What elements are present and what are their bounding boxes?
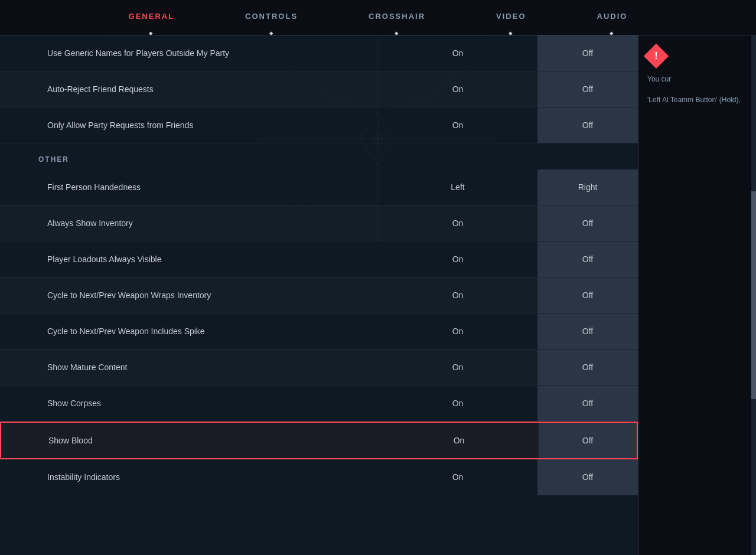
table-row: Cycle to Next/Prev Weapon Includes Spike…	[0, 314, 638, 350]
row-label: Show Mature Content	[0, 354, 378, 381]
table-row: Show Mature Content On Off	[0, 350, 638, 386]
row-current-value: On	[378, 112, 537, 139]
row-current-value: On	[378, 282, 537, 309]
row-label: Always Show Inventory	[0, 210, 378, 237]
row-label: Auto-Reject Friend Requests	[0, 76, 378, 103]
right-sidebar: You cur 'Left Al Teamm Button' (Hold),	[638, 35, 756, 555]
sidebar-warning-text: You cur	[647, 74, 747, 85]
row-option-button[interactable]: Off	[537, 386, 638, 421]
row-current-value: On	[378, 354, 537, 381]
row-option-button[interactable]: Right	[537, 169, 638, 205]
table-row: Show Corpses On Off	[0, 386, 638, 422]
row-option-button[interactable]: Off	[537, 205, 638, 241]
row-label: Cycle to Next/Prev Weapon Wraps Inventor…	[0, 282, 378, 309]
warning-icon	[644, 44, 669, 68]
nav-audio[interactable]: AUDIO	[597, 12, 628, 23]
row-current-value: On	[378, 40, 537, 67]
row-label: Use Generic Names for Players Outside My…	[0, 40, 378, 67]
table-row: First Person Handedness Left Right	[0, 169, 638, 205]
row-label: Cycle to Next/Prev Weapon Includes Spike	[0, 318, 378, 345]
row-current-value: On	[378, 210, 537, 237]
row-current-value: On	[378, 390, 537, 417]
table-row-show-blood: Show Blood On Off	[0, 422, 638, 459]
row-option-button[interactable]: Off	[537, 107, 638, 143]
row-current-value: On	[379, 427, 539, 454]
row-option-button[interactable]: Off	[537, 35, 638, 71]
sidebar-detail-text: 'Left Al Teamm Button' (Hold),	[647, 94, 747, 106]
row-current-value: On	[378, 246, 537, 273]
nav-video[interactable]: VIDEO	[496, 12, 526, 23]
table-row: Use Generic Names for Players Outside My…	[0, 35, 638, 71]
settings-panel[interactable]: Use Generic Names for Players Outside My…	[0, 35, 638, 555]
table-row: Always Show Inventory On Off	[0, 205, 638, 241]
settings-table: Use Generic Names for Players Outside My…	[0, 35, 638, 495]
table-row: Instability Indicators On Off	[0, 459, 638, 495]
row-label: Show Corpses	[0, 390, 378, 417]
row-label: Player Loadouts Always Visible	[0, 246, 378, 273]
row-current-value: On	[378, 318, 537, 345]
main-content: Use Generic Names for Players Outside My…	[0, 35, 756, 555]
table-row: Only Allow Party Requests from Friends O…	[0, 107, 638, 143]
top-navigation: GENERAL CONTROLS CROSSHAIR VIDEO AUDIO	[0, 0, 756, 35]
row-label: Instability Indicators	[0, 463, 378, 491]
nav-controls[interactable]: CONTROLS	[245, 12, 298, 23]
row-label: Show Blood	[1, 427, 379, 454]
row-option-button[interactable]: Off	[537, 278, 638, 313]
row-option-button[interactable]: Off	[537, 459, 638, 495]
row-option-button[interactable]: Off	[537, 241, 638, 277]
row-option-button[interactable]: Off	[539, 423, 637, 458]
row-option-button[interactable]: Off	[537, 314, 638, 349]
row-current-value: On	[378, 76, 537, 103]
section-header-other: OTHER	[0, 143, 638, 169]
scroll-thumb[interactable]	[751, 191, 756, 399]
nav-general[interactable]: GENERAL	[129, 12, 175, 23]
row-option-button[interactable]: Off	[537, 350, 638, 385]
table-row: Cycle to Next/Prev Weapon Wraps Inventor…	[0, 278, 638, 314]
row-label: Only Allow Party Requests from Friends	[0, 112, 378, 139]
row-label: First Person Handedness	[0, 174, 378, 201]
row-current-value: Left	[378, 174, 537, 201]
row-option-button[interactable]: Off	[537, 71, 638, 107]
nav-crosshair[interactable]: CROSSHAIR	[369, 12, 425, 23]
scroll-track[interactable]	[751, 35, 756, 555]
table-row: Auto-Reject Friend Requests On Off	[0, 71, 638, 107]
table-row: Player Loadouts Always Visible On Off	[0, 241, 638, 278]
row-current-value: On	[378, 463, 537, 491]
